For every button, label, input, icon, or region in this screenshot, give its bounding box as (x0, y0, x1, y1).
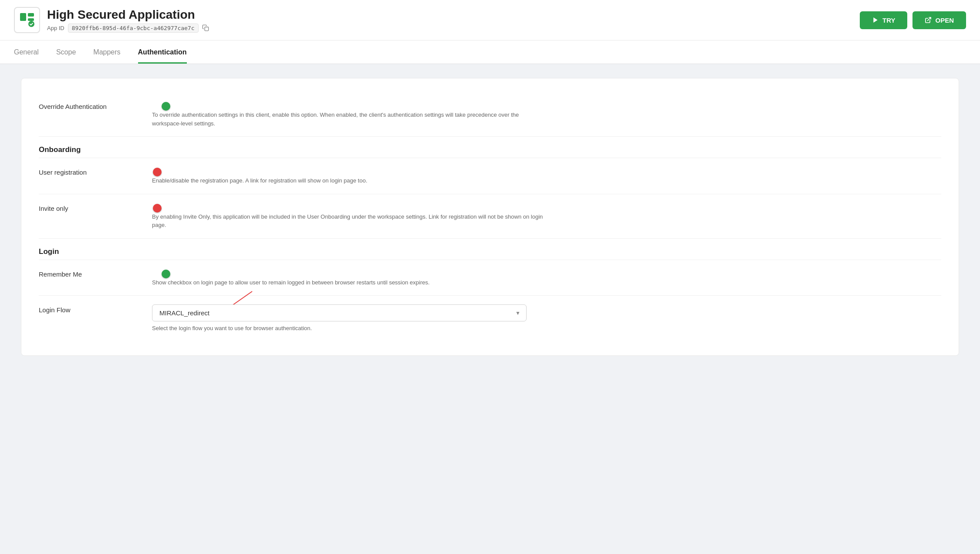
header-buttons: TRY OPEN (860, 11, 966, 29)
app-header: High Secured Application App ID 8920ffb6… (0, 0, 980, 41)
user-registration-control: Enable/disable the registration page. A … (152, 167, 941, 185)
login-section: Login (39, 239, 941, 260)
tab-general[interactable]: General (14, 41, 39, 64)
user-registration-label: User registration (39, 167, 152, 176)
tabs-bar: General Scope Mappers Authentication (0, 41, 980, 64)
user-registration-description: Enable/disable the registration page. A … (152, 176, 544, 185)
svg-rect-0 (20, 13, 26, 21)
invite-only-description: By enabling Invite Only, this applicatio… (152, 213, 544, 230)
svg-line-6 (928, 17, 931, 20)
onboarding-title: Onboarding (39, 145, 152, 154)
login-flow-description: Select the login flow you want to use fo… (152, 324, 544, 333)
tab-scope[interactable]: Scope (56, 41, 76, 64)
remember-me-row: Remember Me Show checkbox on login page … (39, 260, 941, 296)
login-flow-row: Login Flow MIRACL_redirect browser direc… (39, 296, 941, 341)
invite-only-label: Invite only (39, 203, 152, 212)
invite-only-control: By enabling Invite Only, this applicatio… (152, 203, 941, 230)
svg-point-3 (28, 21, 34, 27)
toggle-knob (153, 168, 162, 176)
login-flow-label: Login Flow (39, 304, 152, 314)
main-content: Override Authentication To override auth… (0, 64, 980, 554)
app-id-value: 8920ffb6-895d-46fa-9cbc-a462977cae7c (68, 24, 199, 33)
app-header-left: High Secured Application App ID 8920ffb6… (14, 7, 209, 33)
open-button[interactable]: OPEN (912, 11, 966, 29)
invite-only-row: Invite only By enabling Invite Only, thi… (39, 194, 941, 239)
login-flow-dropdown-wrap: MIRACL_redirect browser direct grant ▼ (152, 304, 527, 321)
content-card: Override Authentication To override auth… (21, 78, 959, 356)
app-icon (14, 7, 40, 33)
user-registration-row: User registration Enable/disable the reg… (39, 158, 941, 194)
override-auth-label: Override Authentication (39, 101, 152, 110)
login-flow-select[interactable]: MIRACL_redirect browser direct grant (152, 304, 527, 321)
remember-me-label: Remember Me (39, 269, 152, 278)
toggle-knob (162, 102, 170, 111)
toggle-knob (153, 204, 162, 213)
app-id-row: App ID 8920ffb6-895d-46fa-9cbc-a462977ca… (47, 24, 209, 33)
onboarding-section: Onboarding (39, 137, 941, 158)
svg-marker-5 (873, 17, 877, 23)
app-title-block: High Secured Application App ID 8920ffb6… (47, 8, 209, 33)
tab-authentication[interactable]: Authentication (138, 41, 187, 64)
override-auth-control: To override authentication settings in t… (152, 101, 941, 128)
toggle-knob (162, 270, 170, 278)
svg-rect-4 (205, 27, 209, 31)
copy-icon[interactable] (202, 24, 209, 31)
remember-me-description: Show checkbox on login page to allow use… (152, 278, 544, 287)
app-title: High Secured Application (47, 8, 209, 22)
login-flow-control: MIRACL_redirect browser direct grant ▼ S… (152, 304, 941, 333)
tab-mappers[interactable]: Mappers (93, 41, 120, 64)
override-auth-description: To override authentication settings in t… (152, 111, 544, 128)
try-button[interactable]: TRY (860, 11, 907, 29)
svg-rect-2 (28, 18, 34, 21)
remember-me-control: Show checkbox on login page to allow use… (152, 269, 941, 287)
svg-rect-1 (28, 13, 34, 17)
app-id-label: App ID (47, 25, 64, 31)
override-auth-row: Override Authentication To override auth… (39, 92, 941, 137)
login-title: Login (39, 247, 152, 256)
